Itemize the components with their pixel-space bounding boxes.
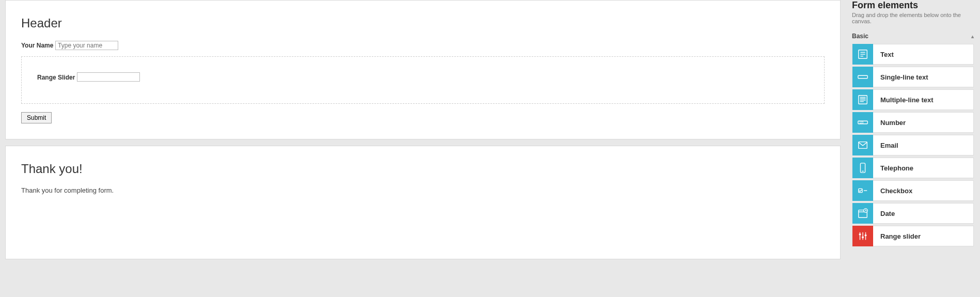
thankyou-panel: Thank you! Thank you for completing form… bbox=[5, 146, 841, 259]
submit-button[interactable]: Submit bbox=[21, 112, 52, 123]
svg-rect-23 bbox=[859, 233, 861, 235]
element-label: Checkbox bbox=[873, 187, 912, 195]
element-item-range[interactable]: Range slider bbox=[852, 226, 974, 246]
date-icon bbox=[852, 203, 873, 224]
element-label: Date bbox=[873, 210, 895, 217]
element-item-single[interactable]: Single-line text bbox=[852, 67, 974, 87]
element-item-multi[interactable]: Multiple-line text bbox=[852, 89, 974, 110]
range-row: Range Slider bbox=[37, 72, 809, 82]
element-item-phone[interactable]: Telephone bbox=[852, 158, 974, 178]
svg-rect-5 bbox=[859, 96, 867, 104]
element-label: Email bbox=[873, 142, 898, 149]
svg-rect-24 bbox=[862, 237, 864, 238]
element-label: Multiple-line text bbox=[873, 96, 934, 104]
form-panel: Header Your Name Range Slider Submit bbox=[5, 0, 841, 139]
range-icon bbox=[852, 226, 873, 246]
thank-header: Thank you! bbox=[21, 162, 825, 176]
svg-rect-4 bbox=[858, 75, 867, 79]
sidebar-desc: Drag and drop the elements below onto th… bbox=[852, 12, 974, 24]
element-item-number[interactable]: 123Number bbox=[852, 112, 974, 133]
single-icon bbox=[852, 67, 873, 87]
email-icon bbox=[852, 135, 873, 155]
text-icon bbox=[852, 44, 873, 65]
svg-rect-12 bbox=[859, 142, 867, 149]
name-input[interactable] bbox=[55, 41, 118, 50]
element-list: TextSingle-line textMultiple-line text12… bbox=[852, 44, 974, 246]
svg-text:123: 123 bbox=[860, 121, 864, 124]
element-label: Text bbox=[873, 51, 894, 58]
element-label: Single-line text bbox=[873, 73, 928, 81]
form-dropzone[interactable]: Range Slider bbox=[21, 56, 825, 104]
chevron-up-icon: ▴ bbox=[971, 34, 974, 39]
svg-rect-25 bbox=[865, 235, 867, 236]
element-label: Range slider bbox=[873, 232, 921, 240]
section-header-basic[interactable]: Basic ▴ bbox=[852, 33, 974, 40]
thank-body: Thank you for completing form. bbox=[21, 186, 825, 194]
name-row: Your Name bbox=[21, 41, 825, 50]
phone-icon bbox=[852, 158, 873, 178]
element-label: Telephone bbox=[873, 164, 913, 172]
section-label: Basic bbox=[852, 33, 868, 40]
number-icon: 123 bbox=[852, 112, 873, 133]
range-input[interactable] bbox=[77, 72, 140, 82]
element-item-date[interactable]: Date bbox=[852, 203, 974, 224]
element-item-email[interactable]: Email bbox=[852, 135, 974, 155]
element-item-check[interactable]: Checkbox bbox=[852, 180, 974, 201]
element-item-text[interactable]: Text bbox=[852, 44, 974, 65]
sidebar: Form elements Drag and drop the elements… bbox=[846, 0, 980, 297]
canvas-area: Header Your Name Range Slider Submit Tha… bbox=[0, 0, 846, 297]
sidebar-title: Form elements bbox=[852, 0, 974, 11]
element-label: Number bbox=[873, 119, 906, 127]
check-icon bbox=[852, 180, 873, 201]
range-label: Range Slider bbox=[37, 74, 75, 81]
form-header: Header bbox=[21, 16, 825, 30]
name-label: Your Name bbox=[21, 42, 53, 49]
multi-icon bbox=[852, 89, 873, 110]
